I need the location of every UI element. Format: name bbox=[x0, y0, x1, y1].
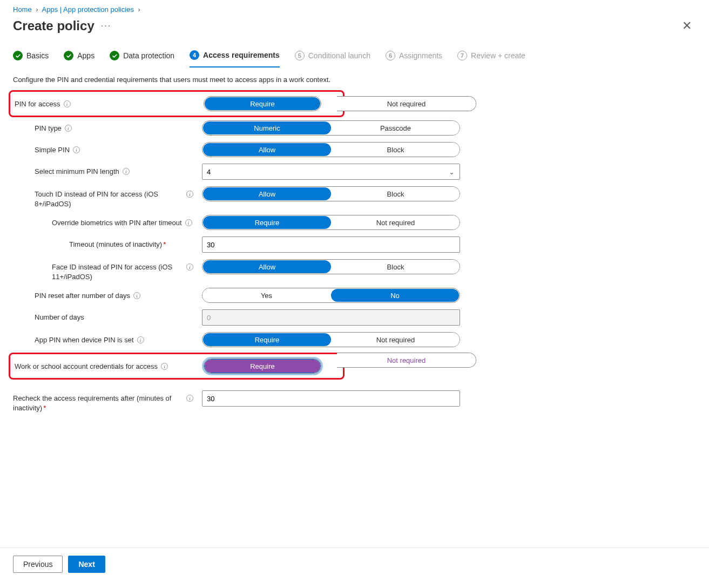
breadcrumb-home[interactable]: Home bbox=[13, 5, 32, 13]
chevron-right-icon: › bbox=[36, 5, 38, 13]
option-require[interactable]: Require bbox=[205, 97, 320, 110]
page-title: Create policy bbox=[13, 18, 94, 33]
option-not-required[interactable]: Not required bbox=[332, 215, 460, 229]
label-face-id: Face ID instead of PIN for access (iOS 1… bbox=[52, 262, 183, 281]
option-require[interactable]: Require bbox=[203, 333, 331, 346]
toggle-pin-type[interactable]: Numeric Passcode bbox=[202, 120, 460, 136]
option-yes[interactable]: Yes bbox=[202, 288, 330, 302]
option-block[interactable]: Block bbox=[332, 260, 460, 274]
toggle-face-id[interactable]: Allow Block bbox=[202, 259, 460, 274]
label-touch-id: Touch ID instead of PIN for access (iOS … bbox=[35, 190, 183, 208]
option-not-required[interactable]: Not required bbox=[337, 97, 476, 111]
toggle-pin-access[interactable]: Require bbox=[204, 96, 321, 111]
option-no[interactable]: No bbox=[331, 289, 459, 302]
label-work-creds: Work or school account credentials for a… bbox=[15, 362, 158, 371]
chevron-right-icon: › bbox=[138, 5, 140, 13]
tab-label: Conditional launch bbox=[308, 51, 370, 60]
info-icon[interactable]: i bbox=[137, 336, 144, 343]
breadcrumb: Home › Apps | App protection policies › bbox=[13, 5, 696, 13]
label-simple-pin: Simple PIN bbox=[35, 145, 70, 155]
info-icon[interactable]: i bbox=[64, 100, 71, 107]
info-icon[interactable]: i bbox=[186, 395, 193, 402]
highlight-work-school-creds: Work or school account credentials for a… bbox=[9, 353, 345, 380]
tab-label: Review + create bbox=[471, 51, 525, 60]
option-allow[interactable]: Allow bbox=[203, 260, 331, 273]
tab-apps[interactable]: Apps bbox=[64, 47, 94, 67]
tab-access-requirements[interactable]: 4 Access requirements bbox=[190, 47, 280, 67]
select-min-pin-length[interactable]: 4 bbox=[202, 164, 460, 180]
step-number-icon: 6 bbox=[386, 51, 395, 60]
highlight-pin-for-access: PIN for access i Require bbox=[9, 90, 345, 117]
option-block[interactable]: Block bbox=[332, 187, 460, 201]
option-allow[interactable]: Allow bbox=[203, 187, 331, 200]
more-menu-icon[interactable]: ··· bbox=[101, 21, 111, 31]
section-description: Configure the PIN and credential require… bbox=[13, 76, 696, 84]
option-block[interactable]: Block bbox=[332, 143, 460, 157]
tab-assignments[interactable]: 6 Assignments bbox=[386, 47, 442, 67]
info-icon[interactable]: i bbox=[73, 146, 80, 153]
label-pin-type: PIN type bbox=[35, 124, 62, 133]
label-min-pin-length: Select minimum PIN length bbox=[35, 167, 119, 177]
breadcrumb-apps[interactable]: Apps | App protection policies bbox=[42, 5, 134, 13]
info-icon[interactable]: i bbox=[186, 263, 193, 271]
tab-basics[interactable]: Basics bbox=[13, 47, 49, 67]
tab-review-create[interactable]: 7 Review + create bbox=[457, 47, 525, 67]
option-not-required[interactable]: Not required bbox=[337, 353, 476, 367]
wizard-footer: Previous Next bbox=[0, 548, 709, 588]
step-number-icon: 4 bbox=[190, 50, 199, 60]
toggle-work-creds[interactable]: Require bbox=[204, 359, 321, 374]
next-button[interactable]: Next bbox=[68, 556, 105, 573]
info-icon[interactable]: i bbox=[133, 292, 140, 299]
option-require[interactable]: Require bbox=[203, 216, 331, 229]
label-timeout: Timeout (minutes of inactivity)* bbox=[69, 240, 166, 249]
tab-label: Data protection bbox=[123, 51, 174, 60]
option-numeric[interactable]: Numeric bbox=[203, 121, 331, 134]
step-number-icon: 7 bbox=[457, 51, 467, 60]
input-recheck[interactable] bbox=[202, 390, 460, 407]
toggle-simple-pin[interactable]: Allow Block bbox=[202, 142, 460, 157]
toggle-touch-id[interactable]: Allow Block bbox=[202, 186, 460, 201]
info-icon[interactable]: i bbox=[161, 363, 168, 370]
info-icon[interactable]: i bbox=[185, 219, 192, 226]
tab-label: Assignments bbox=[399, 51, 442, 60]
tab-label: Apps bbox=[77, 51, 94, 60]
label-app-pin-device: App PIN when device PIN is set bbox=[35, 335, 134, 345]
option-not-required[interactable]: Not required bbox=[332, 333, 460, 347]
option-passcode[interactable]: Passcode bbox=[332, 121, 460, 135]
check-icon bbox=[64, 51, 73, 60]
info-icon[interactable]: i bbox=[186, 191, 193, 198]
tab-label: Basics bbox=[26, 51, 49, 60]
toggle-pin-access-right[interactable]: Not required bbox=[337, 96, 476, 111]
option-allow[interactable]: Allow bbox=[203, 143, 331, 156]
tab-label: Access requirements bbox=[203, 51, 280, 59]
label-pin-reset: PIN reset after number of days bbox=[35, 291, 130, 301]
previous-button[interactable]: Previous bbox=[13, 556, 63, 573]
check-icon bbox=[13, 51, 23, 60]
input-num-days bbox=[202, 309, 460, 326]
label-num-days: Number of days bbox=[35, 313, 84, 322]
toggle-override-biometrics[interactable]: Require Not required bbox=[202, 215, 460, 230]
option-require[interactable]: Require bbox=[205, 360, 320, 373]
tab-data-protection[interactable]: Data protection bbox=[110, 47, 174, 67]
input-timeout[interactable] bbox=[202, 236, 460, 253]
check-icon bbox=[110, 51, 119, 60]
tab-conditional-launch[interactable]: 5 Conditional launch bbox=[295, 47, 370, 67]
toggle-app-pin-device[interactable]: Require Not required bbox=[202, 332, 460, 347]
toggle-work-creds-right[interactable]: Not required bbox=[337, 353, 476, 368]
toggle-pin-reset[interactable]: Yes No bbox=[202, 288, 460, 303]
step-number-icon: 5 bbox=[295, 51, 305, 60]
label-override-biometrics: Override biometrics with PIN after timeo… bbox=[52, 218, 182, 228]
close-icon[interactable]: ✕ bbox=[678, 17, 696, 35]
info-icon[interactable]: i bbox=[65, 125, 72, 132]
info-icon[interactable]: i bbox=[123, 168, 130, 175]
label-pin-access: PIN for access bbox=[15, 99, 60, 109]
label-recheck: Recheck the access requirements after (m… bbox=[13, 394, 183, 413]
wizard-tabs: Basics Apps Data protection 4 Access req… bbox=[13, 47, 696, 68]
